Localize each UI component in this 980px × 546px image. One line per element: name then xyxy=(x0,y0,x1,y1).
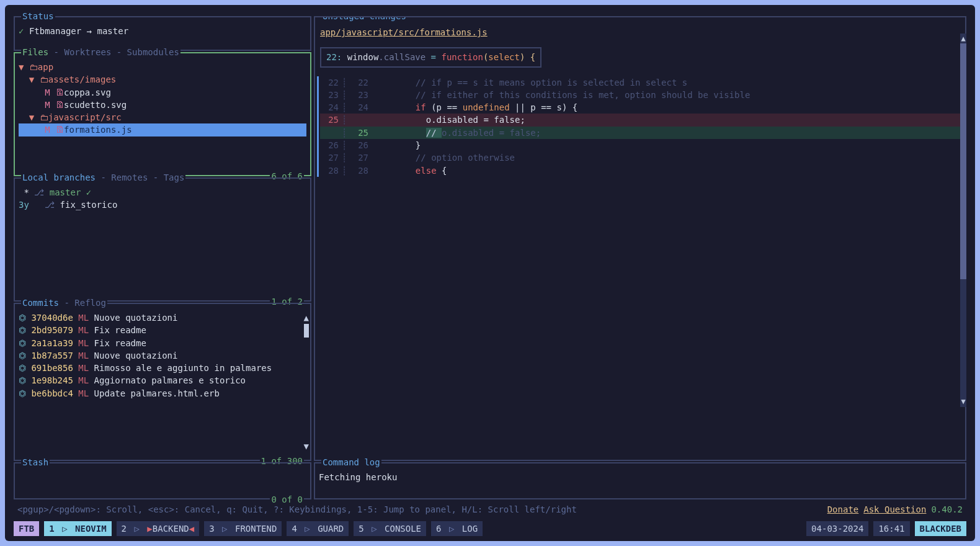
tab-tags[interactable]: Tags xyxy=(164,172,185,182)
tab-commits[interactable]: Commits xyxy=(22,298,59,308)
donate-link[interactable]: Donate xyxy=(827,503,859,516)
status-title: Status xyxy=(22,11,54,21)
scroll-up-icon[interactable]: ▲ xyxy=(304,311,309,324)
scrollbar-thumb[interactable] xyxy=(304,324,309,338)
commit-row[interactable]: ⏣ 1b87a557 ML Nuove quotazioni xyxy=(19,349,306,362)
commit-row[interactable]: ⏣ 691be856 ML Rimosso ale e aggiunto in … xyxy=(19,362,306,374)
tree-file-scudetto[interactable]: M 🖻scudetto.svg xyxy=(19,99,306,111)
main-scroll-down-icon[interactable]: ▼ xyxy=(960,396,966,407)
diff-line: 24┊24 if (p == undefined || p == s) { xyxy=(320,101,960,114)
scroll-down-icon[interactable]: ▼ xyxy=(304,440,309,452)
sb-ftb[interactable]: FTB xyxy=(14,521,39,536)
files-panel[interactable]: Files - Worktrees - Submodules ▼ 🗀app ▼ … xyxy=(14,52,311,176)
diff-panel[interactable]: Unstaged changes app/javascript/src/form… xyxy=(314,16,966,461)
stash-panel[interactable]: Stash 0 of 0 xyxy=(14,462,311,499)
sb-time: 16:41 xyxy=(873,521,909,536)
sb-host: BLACKDEB xyxy=(915,521,966,536)
sb-tab-1[interactable]: 1 ▷ NEOVIM xyxy=(44,521,111,536)
status-line: ✓ Ftbmanager → master xyxy=(19,25,306,37)
stash-footer: 0 of 0 xyxy=(270,493,304,506)
tree-file-coppa[interactable]: M 🖻coppa.svg xyxy=(19,86,306,99)
command-log-panel[interactable]: Command log Fetching heroku xyxy=(314,462,966,499)
sb-date: 04-03-2024 xyxy=(806,521,868,536)
tab-submodules[interactable]: Submodules xyxy=(127,47,179,57)
tree-file-formations[interactable]: M 🖻formations.js xyxy=(19,123,306,136)
commit-row[interactable]: ⏣ 2a1a1a39 ML Fix readme xyxy=(19,337,306,349)
sb-tab-2[interactable]: 2 ▷ ▶BACKEND◀ xyxy=(117,521,200,536)
tab-reflog[interactable]: Reflog xyxy=(74,298,106,308)
diff-line: 28┊28 else { xyxy=(320,164,960,177)
cmdlog-title: Command log xyxy=(323,457,380,467)
branch-master[interactable]: * ⎇ master ✓ xyxy=(19,186,306,199)
tree-folder-app[interactable]: ▼ 🗀app xyxy=(19,61,306,73)
main-scrollbar[interactable] xyxy=(960,43,966,397)
status-bar: FTB 1 ▷ NEOVIM 2 ▷ ▶BACKEND◀ 3 ▷ FRONTEN… xyxy=(14,517,966,536)
diff-line: 22┊22 // if p == s it means option is se… xyxy=(320,76,960,89)
diff-filepath: app/javascript/src/formations.js xyxy=(320,27,488,37)
diff-line: 27┊27 // option otherwise xyxy=(320,151,960,164)
tree-folder-js[interactable]: ▼ 🗀javascript/src xyxy=(19,111,306,123)
sb-tab-3[interactable]: 3 ▷ FRONTEND xyxy=(204,521,282,536)
diff-line: 23┊23 // if either of this conditions is… xyxy=(320,89,960,101)
help-line: <pgup>/<pgdown>: Scroll, <esc>: Cancel, … xyxy=(14,499,966,517)
sb-tab-6[interactable]: 6 ▷ LOG xyxy=(431,521,483,536)
version-label: 0.40.2 xyxy=(931,503,963,516)
branch-fix-storico[interactable]: 3y ⎇ fix_storico xyxy=(19,199,306,211)
tab-local-branches[interactable]: Local branches xyxy=(22,172,96,182)
cmdlog-text: Fetching heroku xyxy=(319,471,961,483)
tree-folder-assets[interactable]: ▼ 🗀assets/images xyxy=(19,73,306,86)
diff-title: Unstaged changes xyxy=(323,16,406,21)
commit-row[interactable]: ⏣ 37040d6e ML Nuove quotazioni xyxy=(19,311,306,324)
sb-tab-4[interactable]: 4 ▷ GUARD xyxy=(287,521,349,536)
commits-panel[interactable]: Commits - Reflog ⏣ 37040d6e ML Nuove quo… xyxy=(14,303,311,461)
main-scrollbar-thumb[interactable] xyxy=(960,43,966,279)
commit-row[interactable]: ⏣ 1e98b245 ML Aggiornato palmares e stor… xyxy=(19,374,306,387)
diff-line: 26┊26 } xyxy=(320,139,960,151)
diff-hunk-header: 22: window.callSave = function(select) { xyxy=(320,47,541,67)
commit-row[interactable]: ⏣ 2bd95079 ML Fix readme xyxy=(19,324,306,336)
branches-panel[interactable]: Local branches - Remotes - Tags * ⎇ mast… xyxy=(14,177,311,302)
ask-question-link[interactable]: Ask Question xyxy=(863,503,926,516)
tab-files[interactable]: Files xyxy=(22,47,48,57)
commit-row[interactable]: ⏣ be6bbdc4 ML Update palmares.html.erb xyxy=(19,387,306,400)
tab-remotes[interactable]: Remotes xyxy=(111,172,148,182)
stash-title: Stash xyxy=(22,457,48,467)
diff-line-added: ┊25 // o.disabled = false; xyxy=(320,127,960,139)
sb-tab-5[interactable]: 5 ▷ CONSOLE xyxy=(354,521,426,536)
diff-line-removed: 25┊ o.disabled = false; xyxy=(320,114,960,126)
main-scroll-up-icon[interactable]: ▲ xyxy=(960,34,966,44)
tab-worktrees[interactable]: Worktrees xyxy=(64,47,111,57)
check-icon: ✓ xyxy=(19,26,24,36)
